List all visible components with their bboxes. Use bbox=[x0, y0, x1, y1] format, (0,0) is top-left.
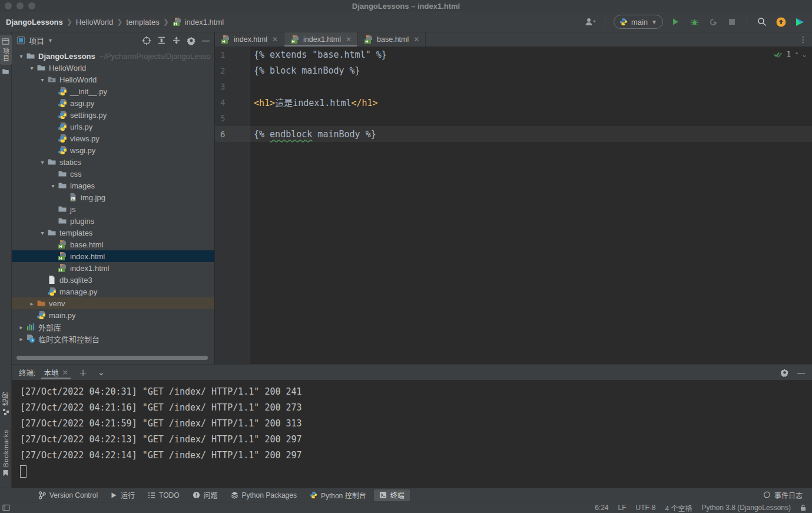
editor-line-1[interactable]: 1{% extends "base.html" %} bbox=[215, 47, 812, 62]
tree-item-urls.py[interactable]: urls.py bbox=[12, 121, 214, 133]
tree-item-db.sqlite3[interactable]: db.sqlite3 bbox=[12, 274, 214, 286]
collapse-all-icon[interactable] bbox=[172, 36, 181, 45]
tree-item-images[interactable]: ▾images bbox=[12, 180, 214, 191]
search-everywhere-icon[interactable] bbox=[755, 15, 768, 28]
editor-tab-index1.html[interactable]: index1.html✕ bbox=[284, 32, 358, 47]
tree-item-views.py[interactable]: views.py bbox=[12, 133, 214, 144]
debug-button[interactable] bbox=[688, 15, 701, 28]
tree-item-plugins[interactable]: plugins bbox=[12, 215, 214, 227]
tree-chevron-icon[interactable]: ▸ bbox=[16, 336, 26, 342]
tree-item-wsgi.py[interactable]: wsgi.py bbox=[12, 144, 214, 156]
tree-item-HelloWorld[interactable]: ▾HelloWorld bbox=[12, 62, 214, 74]
inspection-widget[interactable]: 1 ⌃ ⌄ bbox=[774, 50, 806, 58]
tree-item-外部库[interactable]: ▸外部库 bbox=[12, 321, 214, 333]
tree-item-settings.py[interactable]: settings.py bbox=[12, 109, 214, 121]
tree-item-index.html[interactable]: index.html bbox=[12, 250, 214, 262]
editor-line-4[interactable]: 4<h1>這是index1.html</h1> bbox=[215, 94, 812, 110]
caret-position[interactable]: 6:24 bbox=[595, 504, 608, 512]
tree-item-index1.html[interactable]: index1.html bbox=[12, 262, 214, 274]
tree-item-css[interactable]: css bbox=[12, 168, 214, 180]
tree-item-manage.py[interactable]: manage.py bbox=[12, 286, 214, 297]
tree-item-main.py[interactable]: main.py bbox=[12, 309, 214, 321]
editor-tab-base.html[interactable]: base.html✕ bbox=[358, 32, 426, 47]
tree-chevron-icon[interactable]: ▸ bbox=[27, 300, 37, 307]
indent-style[interactable]: 4 个空格 bbox=[665, 503, 692, 513]
editor-line-6[interactable]: 6{% endblock mainBody %} bbox=[215, 126, 812, 142]
breadcrumb-item[interactable]: templates bbox=[126, 18, 159, 27]
editor-tab-index.html[interactable]: index.html✕ bbox=[215, 32, 284, 47]
close-tab-icon[interactable]: ✕ bbox=[413, 35, 419, 44]
toolwindow-button-Python 控制台[interactable]: Python 控制台 bbox=[304, 489, 372, 501]
tree-chevron-icon[interactable]: ▾ bbox=[48, 183, 58, 189]
breadcrumb-item[interactable]: HelloWorld bbox=[76, 18, 113, 27]
chevron-down-icon[interactable]: ▼ bbox=[48, 38, 53, 44]
stripe-button-structure[interactable]: 结构 bbox=[0, 389, 12, 418]
code-with-me-icon[interactable] bbox=[793, 15, 806, 28]
editor-line-5[interactable]: 5 bbox=[215, 110, 812, 126]
hide-panel-icon[interactable]: — bbox=[202, 36, 210, 45]
tab-options-icon[interactable]: ⋮ bbox=[794, 32, 812, 47]
close-window-button[interactable] bbox=[5, 2, 12, 9]
minimize-window-button[interactable] bbox=[16, 2, 24, 9]
tree-item-templates[interactable]: ▾templates bbox=[12, 227, 214, 239]
lock-icon[interactable] bbox=[800, 504, 806, 511]
toolwindow-button-TODO[interactable]: TODO bbox=[142, 489, 184, 501]
code-editor[interactable]: 1{% extends "base.html" %}2{% block main… bbox=[215, 47, 812, 364]
update-available-icon[interactable] bbox=[774, 15, 787, 28]
terminal-dropdown-icon[interactable]: ⌄ bbox=[95, 368, 107, 377]
breadcrumb-item[interactable]: DjangoLessons bbox=[6, 18, 63, 27]
toolwindow-button-终端[interactable]: 终端 bbox=[374, 489, 410, 501]
tree-item-img.jpg[interactable]: img.jpg bbox=[12, 191, 214, 203]
tree-item-statics[interactable]: ▾statics bbox=[12, 156, 214, 168]
profile-button[interactable] bbox=[707, 15, 720, 28]
tree-item-__init__.py[interactable]: __init__.py bbox=[12, 85, 214, 97]
stop-button[interactable] bbox=[725, 15, 738, 28]
python-interpreter[interactable]: Python 3.8 (DjangoLessons) bbox=[702, 504, 791, 512]
project-horizontal-scrollbar[interactable] bbox=[16, 356, 208, 360]
close-tab-icon[interactable]: ✕ bbox=[272, 35, 278, 44]
prev-problem-icon[interactable]: ⌃ bbox=[795, 51, 798, 58]
terminal-settings-gear-icon[interactable] bbox=[780, 368, 789, 377]
event-log-button[interactable]: 事件日志 bbox=[763, 490, 812, 500]
tree-item-HelloWorld[interactable]: ▾HelloWorld bbox=[12, 74, 214, 85]
toolwindow-button-Version Control[interactable]: Version Control bbox=[33, 489, 103, 501]
run-configuration-select[interactable]: main ▼ bbox=[614, 15, 663, 29]
tree-item-base.html[interactable]: base.html bbox=[12, 239, 214, 250]
tree-chevron-icon[interactable]: ▸ bbox=[16, 324, 26, 330]
stripe-button-commit[interactable] bbox=[1, 65, 11, 78]
stripe-button-project[interactable]: 项目 bbox=[0, 35, 12, 65]
next-problem-icon[interactable]: ⌄ bbox=[803, 51, 806, 58]
select-opened-file-icon[interactable] bbox=[142, 36, 151, 45]
tree-item-临时文件和控制台[interactable]: ▸临时文件和控制台 bbox=[12, 333, 214, 345]
hide-terminal-icon[interactable]: — bbox=[797, 368, 805, 377]
tree-item-asgi.py[interactable]: asgi.py bbox=[12, 97, 214, 109]
new-terminal-session-button[interactable]: ＋ bbox=[77, 366, 90, 378]
breadcrumb-item[interactable]: index1.html bbox=[173, 17, 224, 27]
tree-item-DjangoLessons[interactable]: ▾DjangoLessons~/PycharmProjects/DjangoLe… bbox=[12, 50, 214, 62]
tree-chevron-icon[interactable]: ▾ bbox=[16, 53, 26, 59]
tree-chevron-icon[interactable]: ▾ bbox=[38, 230, 47, 236]
user-avatar-icon[interactable] bbox=[584, 15, 596, 28]
toolwindow-button-Python Packages[interactable]: Python Packages bbox=[226, 489, 302, 501]
terminal-tab-local[interactable]: 本地 ✕ bbox=[41, 365, 71, 380]
stripe-button-bookmarks[interactable]: Bookmarks bbox=[1, 426, 11, 479]
tree-chevron-icon[interactable]: ▾ bbox=[38, 159, 47, 166]
close-icon[interactable]: ✕ bbox=[62, 368, 68, 377]
toolwindow-button-运行[interactable]: 运行 bbox=[105, 489, 140, 501]
toolwindow-toggle-icon[interactable] bbox=[2, 504, 10, 511]
editor-line-3[interactable]: 3 bbox=[215, 78, 812, 94]
tree-item-venv[interactable]: ▸venv bbox=[12, 297, 214, 309]
expand-all-icon[interactable] bbox=[157, 36, 166, 45]
settings-gear-icon[interactable] bbox=[187, 36, 196, 45]
run-button[interactable] bbox=[669, 15, 682, 28]
zoom-window-button[interactable] bbox=[28, 2, 35, 9]
line-separator[interactable]: LF bbox=[618, 504, 627, 512]
file-encoding[interactable]: UTF-8 bbox=[636, 504, 656, 512]
tree-item-js[interactable]: js bbox=[12, 203, 214, 215]
tree-chevron-icon[interactable]: ▾ bbox=[38, 77, 47, 83]
close-tab-icon[interactable]: ✕ bbox=[346, 35, 352, 44]
toolwindow-button-问题[interactable]: 问题 bbox=[187, 489, 223, 501]
tree-chevron-icon[interactable]: ▾ bbox=[27, 65, 37, 71]
editor-line-2[interactable]: 2{% block mainBody %} bbox=[215, 62, 812, 78]
terminal-output[interactable]: [27/Oct/2022 04:20:31] "GET /index/ HTTP… bbox=[12, 380, 812, 488]
